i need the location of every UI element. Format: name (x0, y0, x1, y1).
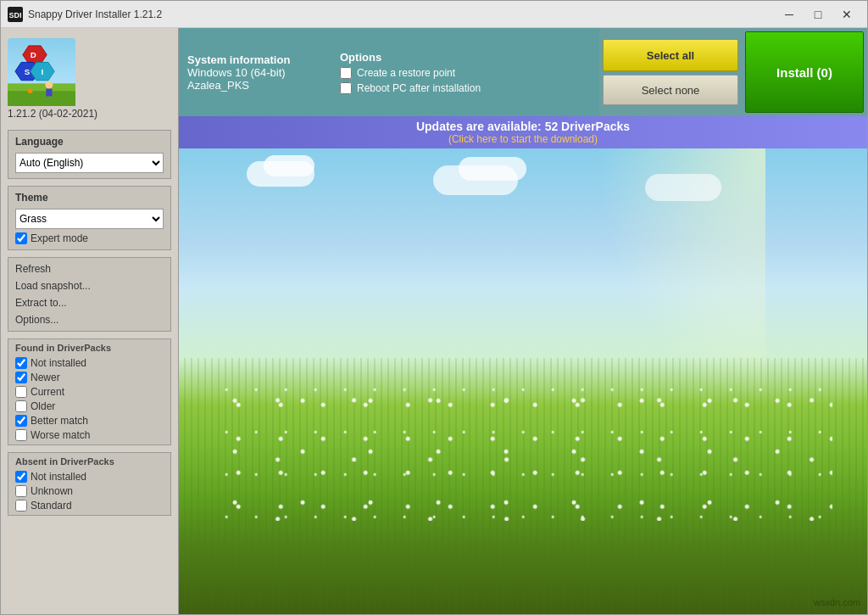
window-controls: ─ □ ✕ (776, 3, 860, 26)
filter-better-match-label: Better match (31, 415, 88, 427)
system-name: Azalea_PKS (187, 79, 323, 92)
filter-not-installed-row: Not installed (15, 357, 164, 369)
theme-group: Theme Grass Expert mode (8, 186, 171, 250)
filter-better-match-row: Better match (15, 415, 164, 427)
filter-absent-not-installed-row: Not installed (15, 471, 164, 483)
select-all-button[interactable]: Select all (603, 39, 738, 71)
filter-older-label: Older (31, 400, 55, 412)
expert-mode-row: Expert mode (15, 232, 164, 244)
menu-group: Refresh Load snapshot... Extract to... O… (8, 257, 171, 332)
app-logo: D S I (8, 38, 75, 106)
filter-unknown-row: Unknown (15, 485, 164, 497)
svg-text:I: I (42, 67, 44, 76)
filter-absent-not-installed-checkbox[interactable] (15, 471, 27, 483)
cloud-2 (264, 155, 314, 176)
notification-bar[interactable]: Updates are available: 52 DriverPacks (C… (179, 116, 867, 148)
filter-newer-checkbox[interactable] (15, 372, 27, 383)
theme-select[interactable]: Grass (15, 209, 164, 229)
language-select[interactable]: Auto (English) (15, 153, 164, 173)
restore-point-row: Create a restore point (340, 67, 591, 79)
svg-text:S: S (25, 67, 31, 76)
svg-point-11 (45, 81, 53, 89)
expert-mode-label: Expert mode (31, 232, 88, 244)
filter-worse-match-row: Worse match (15, 429, 164, 441)
sidebar: D S I 1.21.2 (04-02-2021) Language (1, 28, 179, 614)
content-area: D S I 1.21.2 (04-02-2021) Language (1, 28, 867, 614)
maximize-button[interactable]: □ (804, 3, 832, 26)
close-button[interactable]: ✕ (833, 3, 860, 26)
reboot-checkbox[interactable] (340, 82, 352, 94)
filter-not-installed-checkbox[interactable] (15, 357, 27, 369)
select-none-button[interactable]: Select none (603, 75, 738, 105)
restore-point-label: Create a restore point (357, 67, 455, 79)
main-panel: System information Windows 10 (64-bit) A… (179, 28, 867, 614)
filter-older-row: Older (15, 400, 164, 412)
theme-label: Theme (15, 192, 164, 204)
minimize-button[interactable]: ─ (776, 3, 803, 26)
main-window: SDI Snappy Driver Installer 1.21.2 ─ □ ✕ (0, 0, 868, 615)
language-label: Language (15, 136, 164, 148)
filter-absent-not-installed-label: Not installed (31, 471, 86, 483)
filter-worse-match-label: Worse match (31, 429, 90, 441)
filter-newer-row: Newer (15, 372, 164, 383)
filter-older-checkbox[interactable] (15, 400, 27, 412)
extract-to-menu-item[interactable]: Extract to... (15, 295, 164, 310)
title-bar: SDI Snappy Driver Installer 1.21.2 ─ □ ✕ (1, 1, 867, 28)
install-button[interactable]: Install (0) (745, 31, 864, 113)
reboot-label: Reboot PC after installation (357, 82, 481, 94)
svg-text:SDI: SDI (8, 11, 21, 20)
select-buttons: Select all Select none (599, 28, 742, 116)
filter-current-label: Current (31, 386, 64, 398)
filter-better-match-checkbox[interactable] (15, 415, 27, 427)
filter-current-checkbox[interactable] (15, 386, 27, 398)
absent-driverpacks-group: Absent in DriverPacks Not installed Unkn… (8, 452, 171, 516)
found-driverpacks-group: Found in DriverPacks Not installed Newer… (8, 338, 171, 445)
absent-driverpacks-label: Absent in DriverPacks (15, 456, 164, 467)
window-title: Snappy Driver Installer 1.21.2 (28, 8, 776, 20)
cloud-4 (459, 157, 526, 181)
language-group: Language Auto (English) (8, 130, 171, 179)
grass-background (179, 148, 867, 614)
flowers (214, 382, 833, 522)
version-label: 1.21.2 (04-02-2021) (8, 108, 97, 120)
system-os: Windows 10 (64-bit) (187, 66, 323, 79)
filter-worse-match-checkbox[interactable] (15, 429, 27, 441)
filter-not-installed-label: Not installed (31, 357, 86, 369)
filter-newer-label: Newer (31, 372, 60, 383)
filter-standard-label: Standard (31, 500, 72, 512)
filter-standard-row: Standard (15, 500, 164, 512)
refresh-menu-item[interactable]: Refresh (15, 261, 164, 277)
system-info-label: System information (187, 53, 323, 66)
watermark: wsxdn.com (814, 597, 860, 607)
cloud-5 (645, 174, 721, 201)
expert-mode-checkbox[interactable] (15, 232, 27, 244)
logo-area: D S I 1.21.2 (04-02-2021) (8, 35, 171, 123)
svg-rect-12 (46, 89, 52, 97)
filter-current-row: Current (15, 386, 164, 398)
system-info-box: System information Windows 10 (64-bit) A… (179, 28, 331, 116)
svg-point-13 (28, 89, 32, 93)
notification-title: Updates are available: 52 DriverPacks (416, 120, 630, 133)
options-menu-item[interactable]: Options... (15, 312, 164, 327)
restore-point-checkbox[interactable] (340, 67, 352, 79)
toolbar-area: System information Windows 10 (64-bit) A… (179, 28, 867, 116)
options-label: Options (340, 51, 591, 64)
svg-text:D: D (31, 50, 36, 59)
filter-unknown-checkbox[interactable] (15, 485, 27, 497)
found-driverpacks-label: Found in DriverPacks (15, 343, 164, 353)
filter-standard-checkbox[interactable] (15, 500, 27, 512)
notification-subtitle[interactable]: (Click here to start the download) (448, 133, 598, 145)
app-icon: SDI (8, 7, 23, 22)
load-snapshot-menu-item[interactable]: Load snapshot... (15, 278, 164, 294)
options-box: Options Create a restore point Reboot PC… (331, 28, 599, 116)
reboot-row: Reboot PC after installation (340, 82, 591, 94)
svg-rect-10 (8, 83, 75, 91)
background-area: wsxdn.com (179, 148, 867, 614)
filter-unknown-label: Unknown (31, 485, 73, 497)
